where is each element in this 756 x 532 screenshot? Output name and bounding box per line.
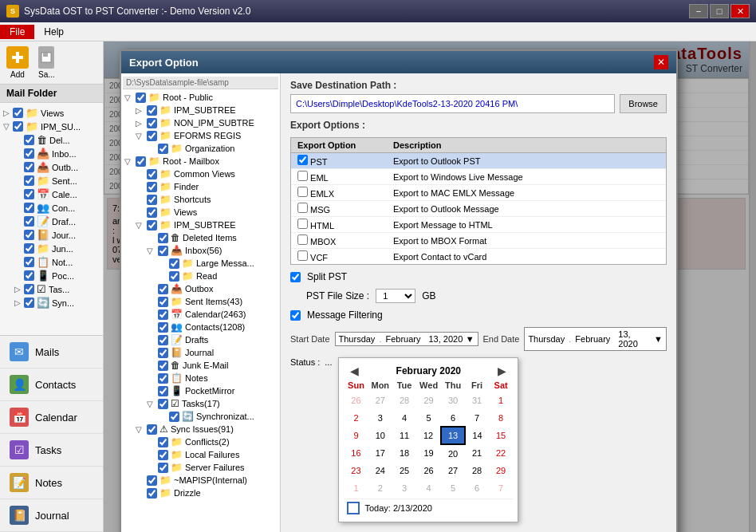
cal-cell[interactable]: 7 <box>465 409 489 427</box>
cal-cell[interactable]: 18 <box>392 444 416 462</box>
deleted-items-checkbox[interactable] <box>158 233 168 243</box>
tree-sent[interactable]: 📁 Sent... <box>14 174 100 187</box>
server-failures-checkbox[interactable] <box>158 463 168 473</box>
tree-poc[interactable]: 📱 Poc... <box>14 269 100 282</box>
tree-drizzle[interactable]: 📁 Drizzle <box>134 487 278 499</box>
contacts-checkbox[interactable] <box>158 322 168 333</box>
cal-cell[interactable]: 19 <box>416 444 441 462</box>
cal-cell[interactable]: 4 <box>392 409 416 427</box>
tree-ipm-subtree-mb[interactable]: ▽ 📁 IPM_SUBTREE <box>134 219 278 231</box>
cal-cell[interactable]: 5 <box>441 479 465 497</box>
journal-checkbox[interactable] <box>158 348 168 358</box>
tree-outb[interactable]: 📤 Outb... <box>14 160 100 174</box>
cal-cell[interactable]: 4 <box>416 479 441 497</box>
tree-ipm-su[interactable]: ▽ 📁 IPM_SU... <box>3 120 100 133</box>
cal-cell[interactable]: 2 <box>344 409 368 427</box>
maximize-button[interactable]: □ <box>710 4 729 18</box>
nav-contacts[interactable]: 👤 Contacts <box>0 368 103 401</box>
con-checkbox[interactable] <box>24 203 34 213</box>
cal-cell[interactable]: 3 <box>368 409 392 427</box>
cal-cell[interactable]: 5 <box>416 409 441 427</box>
not-checkbox[interactable] <box>24 257 34 267</box>
tree-views[interactable]: ▷ 📁 Views <box>3 106 100 120</box>
non-ipm-checkbox[interactable] <box>147 118 157 128</box>
tree-del[interactable]: 🗑 Del... <box>14 133 100 147</box>
tree-journal[interactable]: 📔 Journal <box>145 346 278 359</box>
cal-cell[interactable]: 3 <box>392 479 416 497</box>
tree-drafts[interactable]: 📝 Drafts <box>145 333 278 346</box>
table-row[interactable]: MSG Export to Outlook Message <box>291 201 666 217</box>
vcf-checkbox[interactable] <box>297 250 308 261</box>
tree-jun[interactable]: 📁 Jun... <box>14 242 100 255</box>
tree-organization[interactable]: 📁 Organization <box>145 142 278 155</box>
cal-cell[interactable]: 2 <box>368 479 392 497</box>
tree-synchronization[interactable]: 🔄 Synchronizat... <box>156 410 278 423</box>
tree-large-messages[interactable]: 📁 Large Messa... <box>156 257 278 270</box>
cal-cell[interactable]: 16 <box>344 444 368 462</box>
save-button[interactable]: Sa... <box>35 45 58 81</box>
tree-draf[interactable]: 📝 Draf... <box>14 215 100 228</box>
tree-inbo[interactable]: 📥 Inbo... <box>14 147 100 160</box>
table-row[interactable]: VCF Export Contact to vCard <box>291 249 666 265</box>
cal-cell[interactable]: 17 <box>368 444 392 462</box>
drizzle-checkbox[interactable] <box>147 488 157 499</box>
cal-cell[interactable]: 25 <box>392 462 416 479</box>
sent-checkbox[interactable] <box>24 175 34 186</box>
notes-checkbox[interactable] <box>158 373 168 384</box>
cal-cell[interactable]: 1 <box>489 392 513 409</box>
drafts-checkbox[interactable] <box>158 335 168 345</box>
tree-tasks[interactable]: ▽ ☑ Tasks(17) <box>145 397 278 410</box>
del-checkbox[interactable] <box>24 135 34 145</box>
sync-issues-checkbox[interactable] <box>147 424 157 435</box>
browse-button[interactable]: Browse <box>620 94 667 113</box>
junk-email-checkbox[interactable] <box>158 361 168 371</box>
cal-cell[interactable]: 10 <box>368 427 392 444</box>
split-pst-checkbox[interactable] <box>290 272 301 282</box>
cal-cell[interactable]: 26 <box>344 392 368 409</box>
cal-cell[interactable]: 11 <box>392 427 416 444</box>
eml-checkbox[interactable] <box>297 171 308 181</box>
table-row[interactable]: EMLX Export to MAC EMLX Message <box>291 185 666 201</box>
pst-checkbox[interactable] <box>297 155 308 165</box>
conflicts-checkbox[interactable] <box>158 437 168 447</box>
nav-tasks[interactable]: ☑ Tasks <box>0 434 103 467</box>
tree-non-ipm[interactable]: ▷ 📁 NON_IPM_SUBTRE <box>134 116 278 129</box>
tree-mapisp[interactable]: 📁 ~MAPISP(Internal) <box>134 474 278 487</box>
sync-checkbox[interactable] <box>169 412 179 422</box>
end-date-dropdown[interactable]: Thursday . February 13, 2020 ▼ <box>524 327 667 351</box>
tree-contacts[interactable]: 👥 Contacts(1208) <box>145 321 278 333</box>
tree-views-mailbox[interactable]: 📁 Views <box>134 206 278 219</box>
cal-cell[interactable]: 30 <box>441 392 465 409</box>
calendar-checkbox[interactable] <box>158 309 168 320</box>
tas-checkbox[interactable] <box>24 284 34 294</box>
dest-path-input[interactable] <box>290 94 615 113</box>
cal-cell[interactable]: 22 <box>489 444 513 462</box>
emlx-checkbox[interactable] <box>297 187 308 197</box>
tree-syn[interactable]: ▷ 🔄 Syn... <box>14 296 100 309</box>
html-checkbox[interactable] <box>297 219 308 229</box>
large-msg-checkbox[interactable] <box>169 258 179 269</box>
help-menu[interactable]: Help <box>34 25 73 39</box>
cal-cell[interactable]: 1 <box>344 479 368 497</box>
cal-cell[interactable]: 7 <box>489 479 513 497</box>
close-button[interactable]: ✕ <box>730 4 750 18</box>
tree-cale[interactable]: 📅 Cale... <box>14 187 100 201</box>
ipm-subtree-mb-checkbox[interactable] <box>147 220 157 231</box>
nav-journal[interactable]: 📔 Journal <box>0 499 103 532</box>
table-row[interactable]: HTML Export Message to HTML <box>291 217 666 233</box>
cal-cell[interactable]: 9 <box>344 427 368 444</box>
cal-next-button[interactable]: ▶ <box>494 365 510 377</box>
org-checkbox[interactable] <box>158 144 168 154</box>
inbo-checkbox[interactable] <box>24 148 34 159</box>
cal-cell[interactable]: 28 <box>392 392 416 409</box>
cal-cell[interactable]: 8 <box>489 409 513 427</box>
tree-eforms[interactable]: ▽ 📁 EFORMS REGIS <box>134 129 278 142</box>
eforms-checkbox[interactable] <box>147 131 157 141</box>
tree-inbox[interactable]: ▽ 📥 Inbox(56) <box>145 244 278 257</box>
jun-checkbox[interactable] <box>24 243 34 254</box>
cal-cell[interactable]: 28 <box>465 462 489 479</box>
tree-tas[interactable]: ▷ ☑ Tas... <box>14 282 100 296</box>
sent-items-checkbox[interactable] <box>158 297 168 307</box>
cal-cell[interactable]: 20 <box>441 444 465 462</box>
table-row[interactable]: PST Export to Outlook PST <box>291 153 666 169</box>
